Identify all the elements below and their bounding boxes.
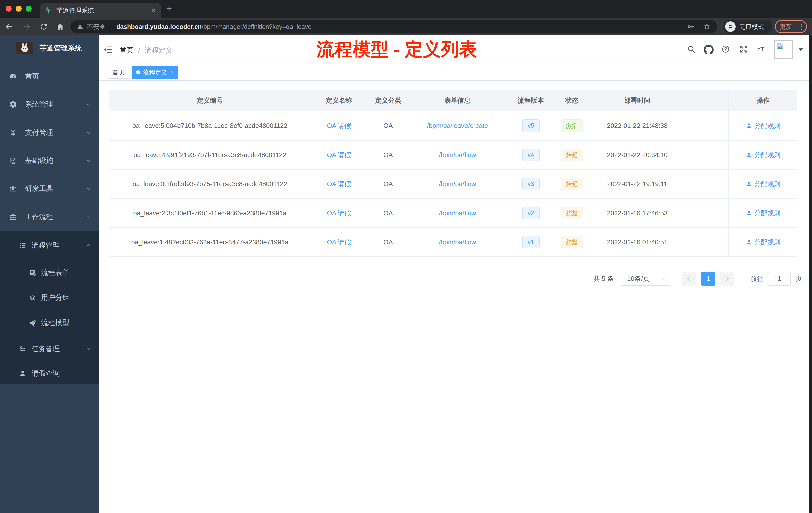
sidebar-item-label: 请假查询 <box>32 369 60 378</box>
sidebar-item-leave-query[interactable]: 请假查询 <box>0 362 99 385</box>
pagination: 共 5 条 10条/页 1 前往 页 <box>99 272 812 285</box>
bookmark-star-icon[interactable] <box>702 22 711 31</box>
form-link[interactable]: /bpm/oa/flow <box>439 151 476 159</box>
breadcrumb-separator: / <box>138 47 140 55</box>
definition-id: oa_leave:4:991f2193-7b7f-11ec-a3c8-acde4… <box>109 141 311 169</box>
column-header: 流程版本 <box>506 90 556 111</box>
sidebar-item-process-model[interactable]: 流程模型 <box>0 310 99 335</box>
current-page-button[interactable]: 1 <box>701 272 715 285</box>
yen-icon <box>9 128 17 137</box>
tab-title: 芋道管理系统 <box>56 6 151 14</box>
sidebar-item-label: 流程管理 <box>32 241 60 250</box>
sidebar-logo[interactable]: 芋道管理系统 <box>0 35 99 61</box>
password-key-icon[interactable] <box>687 22 696 31</box>
assign-rule-link[interactable]: 分配规则 <box>746 180 780 188</box>
minimize-window-button[interactable] <box>16 5 22 11</box>
breadcrumb-home[interactable]: 首页 <box>119 46 134 55</box>
browser-menu-icon[interactable] <box>801 24 802 30</box>
sidebar-item-label: 用户分组 <box>41 293 69 302</box>
definition-name-link[interactable]: OA 请假 <box>327 180 351 188</box>
assign-rule-link[interactable]: 分配规则 <box>746 151 780 159</box>
paper-plane-icon <box>29 319 37 327</box>
forward-icon[interactable] <box>23 22 32 31</box>
sidebar-item-label: 系统管理 <box>25 100 53 109</box>
help-question-icon[interactable] <box>721 45 730 54</box>
deploy-time: 2022-01-16 17:46:53 <box>588 199 687 228</box>
form-link[interactable]: /bpm/oa/flow <box>439 238 476 246</box>
sidebar-item-payment[interactable]: 支付管理 <box>0 118 99 147</box>
tag-process-definition[interactable]: 流程定义 × <box>132 66 178 79</box>
briefcase-icon <box>9 213 17 221</box>
address-bar[interactable]: 不安全 dashboard.yudao.iocoder.cn/bpm/manag… <box>70 20 717 33</box>
svg-text:T: T <box>760 46 764 53</box>
back-icon[interactable] <box>4 22 13 31</box>
assign-rule-link[interactable]: 分配规则 <box>746 121 780 130</box>
sidebar-item-dev-tools[interactable]: 研发工具 <box>0 175 99 203</box>
assign-rule-link[interactable]: 分配规则 <box>746 209 780 218</box>
sidebar-item-user-group[interactable]: 用户分组 <box>0 285 99 310</box>
sidebar-item-workflow[interactable]: 工作流程 <box>0 203 99 231</box>
sidebar-item-task-management[interactable]: 任务管理 <box>0 335 99 362</box>
sidebar-item-process-form[interactable]: 流程表单 <box>0 260 99 285</box>
sidebar-item-home[interactable]: 首页 <box>0 62 99 90</box>
definition-name-link[interactable]: OA 请假 <box>327 209 351 218</box>
tag-home[interactable]: 首页 <box>108 66 129 79</box>
definition-name-link[interactable]: OA 请假 <box>327 238 351 247</box>
tag-close-icon[interactable]: × <box>171 70 174 75</box>
goto-page-input[interactable] <box>768 272 791 285</box>
sidebar-item-process-management[interactable]: 流程管理 <box>0 231 99 260</box>
chrome-update-button[interactable]: 更新 <box>775 20 807 33</box>
github-icon[interactable] <box>703 45 714 55</box>
main-area: 流程模型 - 定义列表 首页 / 流程定义 TT 首页 <box>99 35 812 513</box>
pagination-total: 共 5 条 <box>593 274 614 283</box>
form-link[interactable]: /bpm/oa/leave/create <box>427 122 488 130</box>
table-row: oa_leave:1:482ec033-762a-11ec-8477-a2380… <box>109 228 798 257</box>
sidebar-item-system[interactable]: 系统管理 <box>0 90 99 118</box>
sidebar-item-infrastructure[interactable]: 基础设施 <box>0 147 99 175</box>
table-row: oa_leave:3:1fad3d93-7b75-11ec-a3c8-acde4… <box>109 170 798 199</box>
browser-tab[interactable]: 芋道管理系统 ✕ <box>40 2 161 18</box>
browser-tab-bar: 芋道管理系统 ✕ + <box>0 0 812 18</box>
next-page-button[interactable] <box>720 272 734 285</box>
screen: 芋道管理系统 ✕ + 不安全 dashboard.yudao.iocoder.c… <box>0 0 812 513</box>
deploy-time: 2022-01-22 21:48:38 <box>588 112 687 140</box>
toolbox-icon <box>9 185 17 193</box>
definition-table: 定义编号 定义名称 定义分类 表单信息 流程版本 状态 部署时间 操作 oa_l… <box>109 90 798 257</box>
sidebar: 芋道管理系统 首页 系统管理 支付管理 <box>0 35 99 513</box>
table-row: oa_leave:5:004b710b-7b8a-11ec-8ef0-acde4… <box>109 112 798 141</box>
status-badge: 挂起 <box>561 149 583 161</box>
search-icon[interactable] <box>687 45 696 54</box>
maximize-window-button[interactable] <box>26 5 32 11</box>
sidebar-item-label: 任务管理 <box>32 344 60 354</box>
prev-page-button[interactable] <box>682 272 696 285</box>
sidebar-item-label: 首页 <box>25 71 39 81</box>
browser-toolbar: 不安全 dashboard.yudao.iocoder.cn/bpm/manag… <box>0 18 812 35</box>
column-header: 定义名称 <box>311 90 367 111</box>
page-size-select[interactable]: 10条/页 <box>621 272 671 285</box>
new-tab-button[interactable]: + <box>166 3 172 14</box>
assign-rule-link[interactable]: 分配规则 <box>746 238 780 247</box>
fullscreen-icon[interactable] <box>739 45 748 54</box>
update-label: 更新 <box>780 23 792 31</box>
reload-icon[interactable] <box>39 22 48 31</box>
user-icon <box>746 210 752 216</box>
favicon-plant-icon <box>45 6 52 14</box>
form-link[interactable]: /bpm/oa/flow <box>439 209 476 217</box>
avatar-caret-down-icon[interactable] <box>799 48 804 51</box>
user-avatar-broken-image[interactable] <box>774 40 793 59</box>
table-row: oa_leave:4:991f2193-7b7f-11ec-a3c8-acde4… <box>109 141 798 170</box>
font-size-icon[interactable]: TT <box>756 45 766 54</box>
close-window-button[interactable] <box>5 5 11 11</box>
definition-name-link[interactable]: OA 请假 <box>327 151 351 159</box>
tags-view-bar: 首页 流程定义 × <box>99 64 812 81</box>
chevron-up-icon <box>85 242 91 248</box>
user-icon <box>746 152 752 158</box>
hamburger-icon[interactable] <box>104 45 114 55</box>
window-edge <box>810 35 812 513</box>
definition-name-link[interactable]: OA 请假 <box>327 121 351 130</box>
form-link[interactable]: /bpm/oa/flow <box>439 180 476 188</box>
table-row: oa_leave:2:3c1f0ef1-76b1-11ec-9c66-a2380… <box>109 199 798 228</box>
sidebar-item-label: 流程模型 <box>41 318 69 328</box>
tab-close-icon[interactable]: ✕ <box>151 7 156 13</box>
home-icon[interactable] <box>56 22 65 31</box>
